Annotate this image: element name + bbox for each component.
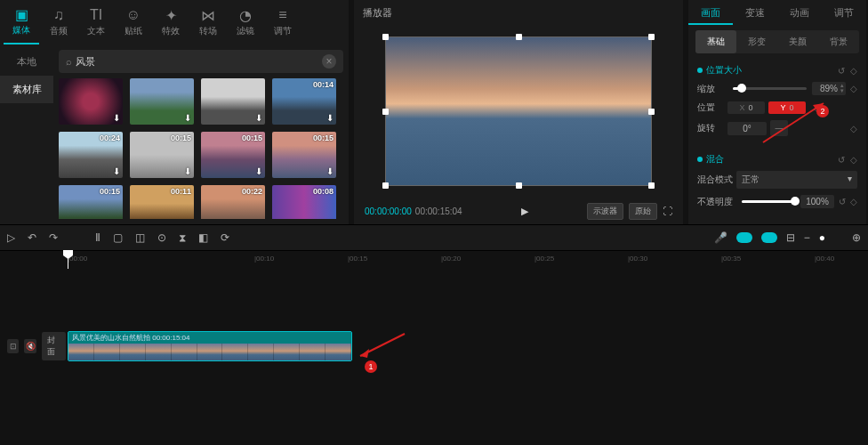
position-x-input[interactable]: X0 — [727, 101, 765, 114]
subtab-bg[interactable]: 背景 — [818, 30, 859, 53]
keyframe-icon[interactable]: ◇ — [850, 66, 857, 76]
toggle-1[interactable] — [736, 232, 752, 243]
fullscreen-icon[interactable]: ⛶ — [663, 206, 672, 216]
svg-line-0 — [360, 334, 405, 356]
play-button[interactable]: ▶ — [521, 206, 528, 217]
tab-audio[interactable]: ♫音频 — [41, 0, 76, 44]
rotate-reset-icon[interactable]: — — [770, 120, 788, 136]
crop-icon[interactable]: ◫ — [135, 231, 145, 244]
timeline-ruler[interactable]: |00:00 |00:10 |00:15 |00:20 |00:25 |00:3… — [68, 251, 868, 269]
keyframe-icon[interactable]: ◇ — [850, 124, 857, 134]
position-y-input[interactable]: Y0 — [768, 101, 806, 114]
keyframe-icon[interactable]: ◇ — [850, 84, 857, 93]
zoom-out-icon[interactable]: − — [804, 231, 810, 244]
prop-tab-adjust[interactable]: 调节 — [822, 0, 866, 25]
tab-transition[interactable]: ⋈转场 — [190, 0, 226, 44]
resize-handle[interactable] — [516, 34, 522, 40]
download-icon[interactable]: ⬇ — [184, 166, 191, 176]
download-icon[interactable]: ⬇ — [326, 113, 334, 123]
tab-effect[interactable]: ✦特效 — [153, 0, 189, 44]
opacity-value[interactable]: 100% — [800, 195, 834, 208]
svg-marker-1 — [360, 349, 369, 358]
scale-value[interactable]: 89%▴▾ — [812, 82, 846, 95]
media-thumb[interactable]: 00:22⬇ — [201, 185, 265, 219]
media-thumb[interactable]: 00:15⬇ — [201, 132, 265, 178]
rotate-value[interactable]: 0° — [727, 122, 767, 135]
mirror-icon[interactable]: ◧ — [198, 231, 208, 244]
keyframe-icon[interactable]: ◇ — [850, 197, 857, 206]
cover-button[interactable]: 封面 — [42, 332, 66, 360]
original-button[interactable]: 原始 — [629, 203, 657, 220]
tab-sticker[interactable]: ☺贴纸 — [116, 0, 151, 44]
tab-adjust[interactable]: ≡调节 — [265, 0, 301, 44]
align-icon[interactable]: ⊟ — [786, 231, 795, 244]
media-thumb[interactable]: ⬇ — [59, 78, 123, 125]
scope-button[interactable]: 示波器 — [587, 203, 623, 220]
preview-area[interactable] — [354, 25, 683, 198]
search-input[interactable] — [76, 56, 322, 67]
reset-icon[interactable]: ↺ — [838, 66, 845, 76]
search-clear-icon[interactable]: × — [322, 54, 336, 69]
reverse-icon[interactable]: ⧗ — [179, 231, 186, 244]
prop-tab-picture[interactable]: 画面 — [688, 0, 733, 25]
reset-icon[interactable]: ↺ — [838, 155, 845, 165]
media-thumb[interactable]: 00:15⬇ — [272, 132, 336, 178]
media-thumb[interactable]: 00:24⬇ — [59, 132, 123, 178]
toggle-2[interactable] — [761, 232, 777, 243]
rotate-icon[interactable]: ⟳ — [221, 231, 229, 244]
playhead[interactable] — [68, 251, 68, 269]
resize-handle[interactable] — [648, 182, 655, 189]
media-thumb[interactable]: 00:14⬇ — [272, 78, 336, 125]
scale-slider[interactable] — [733, 87, 807, 90]
download-icon[interactable]: ⬇ — [255, 166, 262, 176]
zoom-fit-icon[interactable]: ⊕ — [852, 231, 861, 244]
resize-handle[interactable] — [648, 34, 655, 40]
media-thumb[interactable]: 00:11⬇ — [130, 185, 194, 219]
undo-icon[interactable]: ↶ — [28, 231, 36, 244]
pointer-tool-icon[interactable]: ▷ — [7, 231, 15, 244]
keyframe-icon[interactable]: ◇ — [850, 155, 857, 165]
redo-icon[interactable]: ↷ — [49, 231, 58, 244]
delete-icon[interactable]: ▢ — [113, 231, 123, 244]
resize-handle[interactable] — [382, 182, 389, 189]
subtab-deform[interactable]: 形变 — [736, 30, 777, 53]
media-thumb[interactable]: ⬇ — [201, 78, 265, 125]
track-lock-icon[interactable]: ⊡ — [7, 339, 19, 353]
download-icon[interactable]: ⬇ — [113, 113, 120, 123]
reset-icon[interactable]: ↺ — [839, 197, 846, 206]
mic-icon[interactable]: 🎤 — [714, 231, 727, 244]
zoom-in-icon[interactable]: ● — [819, 231, 825, 244]
prop-tab-animation[interactable]: 动画 — [777, 0, 822, 25]
transition-icon: ⋈ — [201, 7, 215, 23]
resize-handle[interactable] — [648, 109, 655, 115]
text-icon: TI — [90, 7, 102, 23]
side-tab-library[interactable]: 素材库 — [0, 76, 53, 103]
resize-handle[interactable] — [516, 182, 522, 189]
subtab-beauty[interactable]: 美颜 — [777, 30, 818, 53]
speed-icon[interactable]: ⊙ — [157, 231, 166, 244]
prop-tab-speed[interactable]: 变速 — [733, 0, 777, 25]
opacity-slider[interactable] — [742, 200, 795, 203]
blend-mode-select[interactable]: 正常▾ — [736, 171, 857, 189]
split-icon[interactable]: Ⅱ — [95, 231, 100, 244]
resize-handle[interactable] — [382, 109, 389, 115]
tab-media[interactable]: ▣媒体 — [4, 0, 39, 44]
prop-tabs: 画面 变速 动画 调节 — [688, 0, 866, 25]
download-icon[interactable]: ⬇ — [184, 113, 191, 123]
tab-filter[interactable]: ◔滤镜 — [228, 0, 263, 44]
download-icon[interactable]: ⬇ — [113, 166, 120, 176]
media-thumb[interactable]: 00:15⬇ — [130, 132, 194, 178]
download-icon[interactable]: ⬇ — [326, 166, 334, 176]
video-clip[interactable]: 风景优美的山水自然航拍 00:00:15:04 — [68, 331, 352, 361]
side-tab-local[interactable]: 本地 — [0, 48, 53, 76]
media-thumb[interactable]: ⬇ — [130, 78, 194, 125]
media-thumb[interactable]: 00:08⬇ — [272, 185, 336, 219]
subtab-basic[interactable]: 基础 — [695, 30, 736, 53]
time-current: 00:00:00:00 — [365, 206, 412, 216]
resize-handle[interactable] — [382, 34, 389, 40]
media-thumb[interactable]: 00:15⬇ — [59, 185, 123, 219]
track-mute-icon[interactable]: 🔇 — [24, 339, 36, 353]
tab-text[interactable]: TI文本 — [78, 0, 114, 44]
download-icon[interactable]: ⬇ — [255, 113, 262, 123]
preview-frame[interactable] — [385, 36, 652, 186]
